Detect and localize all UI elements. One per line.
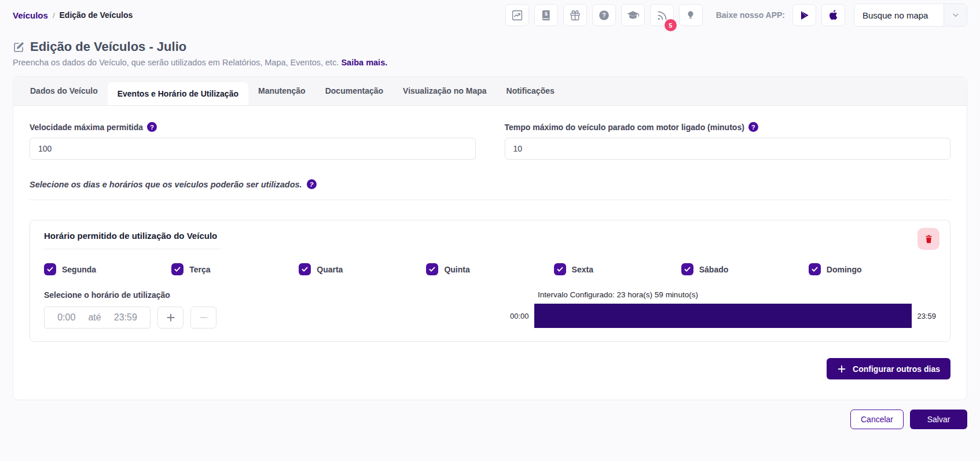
time-selection-group: Selecione o horário de utilização 0:00 a…: [44, 290, 216, 329]
schedule-title-divider: [44, 249, 221, 249]
day-quarta-checkbox[interactable]: [299, 263, 311, 275]
chart-icon: [511, 9, 523, 21]
add-interval-button[interactable]: [157, 307, 183, 329]
time-to-value[interactable]: 23:59: [114, 312, 137, 323]
delete-schedule-button[interactable]: [917, 228, 939, 250]
interval-configured-label: Intervalo Configurado: 23 hora(s) 59 min…: [538, 290, 936, 299]
idle-time-label: Tempo máximo do veículo parado com motor…: [505, 123, 744, 132]
save-button[interactable]: Salvar: [910, 410, 967, 429]
day-domingo-checkbox[interactable]: [809, 263, 821, 275]
day-label: Sábado: [699, 265, 729, 274]
day-segunda: Segunda: [44, 263, 171, 275]
page-subtitle: Preencha os dados do Veículo, que serão …: [13, 58, 339, 67]
day-quinta-checkbox[interactable]: [426, 263, 438, 275]
vehicle-edit-card: Dados do Veículo Eventos e Horário de Ut…: [13, 76, 967, 400]
day-quinta: Quinta: [426, 263, 553, 275]
day-label: Quinta: [444, 265, 469, 274]
download-app-label: Baixe nosso APP:: [716, 10, 785, 20]
idea-button[interactable]: [679, 4, 703, 26]
interval-bar[interactable]: [534, 304, 912, 328]
day-label: Sexta: [572, 265, 593, 274]
day-sabado: Sábado: [681, 263, 809, 275]
day-sexta-checkbox[interactable]: [554, 263, 566, 275]
schedule-card: Horário permitido de utilização do Veícu…: [30, 220, 950, 342]
billing-icon: $: [540, 9, 552, 21]
svg-text:$: $: [545, 11, 548, 17]
learn-more-link[interactable]: Saiba mais.: [341, 58, 387, 67]
day-label: Quarta: [317, 265, 343, 274]
section-divider: [30, 200, 950, 200]
idle-time-help-icon[interactable]: ?: [748, 122, 758, 132]
time-from-value[interactable]: 0:00: [57, 312, 75, 323]
idea-icon: [685, 9, 696, 21]
idle-time-input[interactable]: [505, 138, 951, 160]
day-quarta: Quarta: [299, 263, 426, 275]
map-search-select[interactable]: Busque no mapa: [854, 3, 967, 27]
day-terca-checkbox[interactable]: [171, 263, 183, 275]
schedule-card-title: Horário permitido de utilização do Veícu…: [44, 231, 936, 241]
max-speed-help-icon[interactable]: ?: [147, 122, 157, 132]
apple-icon: [828, 9, 839, 21]
google-play-icon: [799, 10, 810, 21]
minus-icon: [199, 312, 209, 323]
day-label: Segunda: [62, 265, 96, 274]
topbar-actions: $ ?: [505, 3, 967, 27]
day-domingo: Domingo: [809, 263, 936, 275]
tab-content: Velocidade máxima permitida ? Tempo máxi…: [13, 106, 967, 379]
idle-time-field-group: Tempo máximo do veículo parado com motor…: [505, 122, 951, 160]
max-speed-label: Velocidade máxima permitida: [30, 123, 143, 132]
days-instruction-help-icon[interactable]: ?: [307, 179, 317, 189]
svg-text:?: ?: [602, 12, 605, 19]
help-icon: ?: [598, 9, 610, 21]
page-head: Edição de Veículos - Julio Preencha os d…: [0, 39, 980, 67]
tab-manutencao[interactable]: Manutenção: [248, 76, 315, 105]
support-button[interactable]: ?: [592, 4, 616, 26]
breadcrumb-current: Edição de Veículos: [60, 10, 133, 20]
tab-bar: Dados do Veículo Eventos e Horário de Ut…: [13, 77, 967, 106]
apple-store-button[interactable]: [821, 4, 845, 26]
gift-button[interactable]: [563, 4, 587, 26]
day-sexta: Sexta: [554, 263, 681, 275]
billing-button[interactable]: $: [534, 4, 558, 26]
bar-end-time: 23:59: [917, 312, 936, 320]
remove-interval-button[interactable]: [190, 307, 216, 329]
map-search-select-value: Busque no mapa: [854, 10, 944, 20]
notification-badge[interactable]: 5: [665, 19, 677, 31]
breadcrumb-separator: /: [53, 11, 55, 20]
interval-group: Intervalo Configurado: 23 hora(s) 59 min…: [510, 290, 936, 328]
tab-documentacao[interactable]: Documentação: [315, 76, 393, 105]
feed-button[interactable]: 5: [650, 4, 674, 26]
days-row: Segunda Terça Quarta Quinta Sexta: [44, 263, 936, 275]
bar-start-time: 00:00: [510, 312, 529, 320]
days-instruction-text: Selecione os dias e horários que os veíc…: [30, 180, 302, 189]
google-play-button[interactable]: [792, 4, 816, 26]
configure-other-days-label: Configurar outros dias: [853, 364, 940, 374]
tab-notificacoes[interactable]: Notificações: [497, 76, 564, 105]
day-label: Domingo: [827, 265, 862, 274]
feed-icon: [656, 9, 668, 21]
edit-icon: [13, 41, 25, 53]
day-terca: Terça: [171, 263, 299, 275]
configure-other-days-button[interactable]: Configurar outros dias: [827, 358, 950, 379]
breadcrumb-vehicles-link[interactable]: Veículos: [13, 10, 48, 20]
chart-button[interactable]: [505, 4, 529, 26]
education-icon: [626, 9, 640, 22]
tab-eventos-e-horario[interactable]: Eventos e Horário de Utilização: [108, 82, 248, 105]
tab-dados-do-veiculo[interactable]: Dados do Veículo: [20, 76, 108, 105]
plus-icon: [837, 364, 846, 374]
topbar: Veículos / Edição de Veículos $: [0, 0, 980, 30]
max-speed-input[interactable]: [30, 138, 476, 160]
cancel-button[interactable]: Cancelar: [850, 410, 904, 429]
time-range-separator: até: [88, 312, 101, 323]
gift-icon: [569, 9, 581, 21]
day-segunda-checkbox[interactable]: [44, 263, 56, 275]
time-selection-label: Selecione o horário de utilização: [44, 290, 216, 300]
trash-icon: [924, 234, 934, 244]
education-button[interactable]: [621, 4, 645, 26]
day-sabado-checkbox[interactable]: [681, 263, 693, 275]
max-speed-field-group: Velocidade máxima permitida ?: [30, 122, 476, 160]
time-range-input[interactable]: 0:00 até 23:59: [44, 307, 151, 329]
footer-actions: Cancelar Salvar: [13, 410, 967, 429]
page-title: Edição de Veículos - Julio: [30, 39, 186, 54]
tab-visualizacao-no-mapa[interactable]: Visualização no Mapa: [393, 76, 496, 105]
